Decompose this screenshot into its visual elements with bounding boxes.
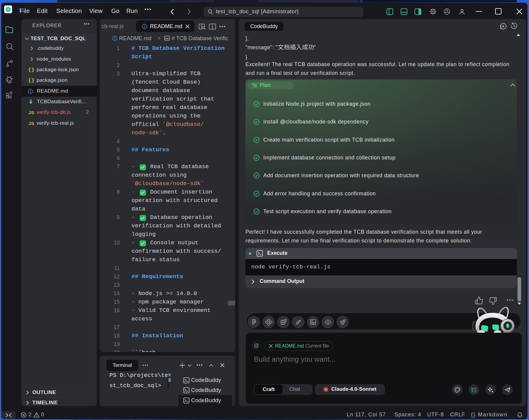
svg-text:abc: abc	[165, 37, 169, 40]
